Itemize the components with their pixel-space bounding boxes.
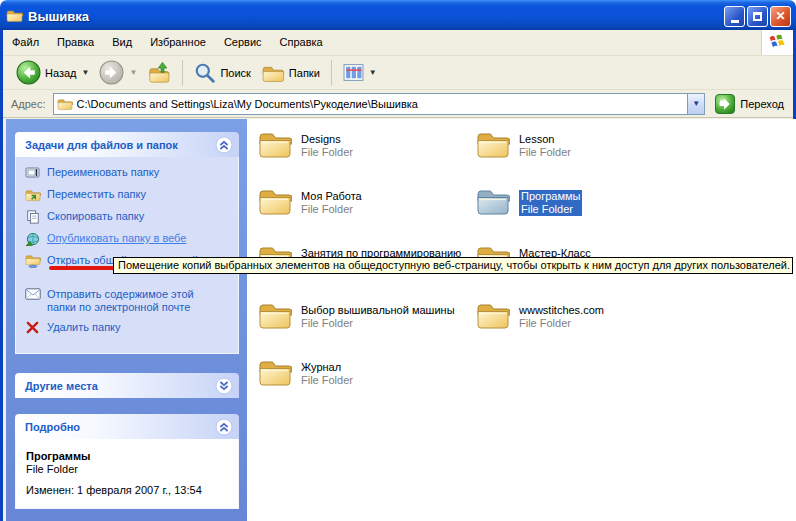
folder-view: DesignsFile FolderLessonFile FolderМоя Р… bbox=[247, 119, 796, 521]
folder-name: Журнал bbox=[301, 361, 353, 374]
menu-item-5[interactable]: Справка bbox=[271, 30, 332, 55]
details-header[interactable]: Подробно bbox=[15, 414, 239, 439]
file-tasks-header[interactable]: Задачи для файлов и папок bbox=[15, 132, 239, 157]
task-item-delete[interactable]: Удалить папку bbox=[24, 321, 232, 336]
folder-item[interactable]: Моя РаботаFile Folder bbox=[258, 185, 476, 242]
views-grid-icon bbox=[343, 62, 364, 83]
folder-type: File Folder bbox=[519, 146, 571, 159]
details-folder-name: Программы bbox=[26, 450, 230, 462]
close-button[interactable]: ✕ bbox=[770, 6, 791, 27]
details-folder-type: File Folder bbox=[26, 463, 230, 475]
windows-flag-icon bbox=[768, 33, 787, 52]
forward-dropdown-icon[interactable]: ▼ bbox=[129, 68, 137, 77]
task-item-move-folder[interactable]: Переместить папку bbox=[24, 188, 232, 203]
task-list: Переименовать папкуПереместить папкуСкоп… bbox=[15, 157, 239, 354]
close-icon: ✕ bbox=[775, 10, 785, 22]
window-title: Вышивка bbox=[28, 9, 89, 24]
file-tasks-panel: Задачи для файлов и папок Переименовать … bbox=[15, 132, 239, 354]
other-places-title: Другие места bbox=[25, 380, 215, 392]
folder-labels: Выбор вышивальной машиныFile Folder bbox=[301, 304, 455, 330]
go-button[interactable]: Переход bbox=[712, 93, 787, 115]
menu-item-2[interactable]: Вид bbox=[103, 30, 141, 55]
toolbar-separator bbox=[331, 60, 332, 86]
folder-icon bbox=[258, 185, 292, 216]
folder-icon bbox=[476, 128, 510, 159]
address-input[interactable]: C:\Documents and Settings\Liza\My Docume… bbox=[77, 98, 688, 110]
folder-name: Выбор вышивальной машины bbox=[301, 304, 455, 317]
folder-item[interactable]: DesignsFile Folder bbox=[258, 128, 476, 185]
file-tasks-title: Задачи для файлов и папок bbox=[25, 139, 215, 151]
window-frame: ФайлПравкаВидИзбранноеСервисСправка Наза… bbox=[0, 30, 796, 521]
address-bar: Адрес: C:\Documents and Settings\Liza\My… bbox=[3, 90, 793, 118]
back-label: Назад bbox=[45, 67, 77, 79]
menu-items: ФайлПравкаВидИзбранноеСервисСправка bbox=[3, 30, 332, 55]
address-label: Адрес: bbox=[11, 98, 46, 110]
task-label: Удалить папку bbox=[47, 321, 121, 334]
views-dropdown-icon[interactable]: ▼ bbox=[369, 68, 377, 77]
task-item-publish-web[interactable]: Опубликовать папку в вебе bbox=[24, 232, 232, 247]
task-item-rename-folder[interactable]: Переименовать папку bbox=[24, 166, 232, 181]
folder-item[interactable]: ПрограммыFile Folder bbox=[476, 185, 694, 242]
maximize-button[interactable] bbox=[747, 6, 768, 27]
folder-labels: DesignsFile Folder bbox=[301, 133, 353, 159]
folder-name: Моя Работа bbox=[301, 190, 362, 203]
task-item-copy-folder[interactable]: Скопировать папку bbox=[24, 210, 232, 225]
folders-button[interactable]: Папки bbox=[256, 59, 325, 87]
publish-web-icon bbox=[24, 232, 41, 247]
other-places-panel: Другие места bbox=[15, 373, 239, 398]
address-combo[interactable]: C:\Documents and Settings\Liza\My Docume… bbox=[53, 93, 706, 115]
minimize-button[interactable] bbox=[724, 6, 745, 27]
back-button[interactable]: Назад ▼ bbox=[11, 58, 94, 87]
search-button[interactable]: Поиск bbox=[189, 60, 255, 86]
folders-label: Папки bbox=[289, 67, 320, 79]
menu-item-1[interactable]: Правка bbox=[48, 30, 103, 55]
task-label: Переместить папку bbox=[47, 188, 146, 201]
folder-labels: LessonFile Folder bbox=[519, 133, 571, 159]
views-button[interactable]: ▼ bbox=[338, 60, 382, 85]
details-title: Подробно bbox=[25, 421, 215, 433]
folder-name: Designs bbox=[301, 133, 353, 146]
back-dropdown-icon[interactable]: ▼ bbox=[82, 68, 90, 77]
folder-type: File Folder bbox=[521, 203, 580, 216]
email-icon bbox=[24, 288, 41, 303]
forward-arrow-icon bbox=[99, 60, 124, 85]
folder-type: File Folder bbox=[301, 146, 353, 159]
up-folder-icon bbox=[147, 61, 171, 85]
folder-item[interactable]: LessonFile Folder bbox=[476, 128, 694, 185]
delete-icon bbox=[24, 321, 41, 336]
menu-item-4[interactable]: Сервис bbox=[215, 30, 271, 55]
folder-icon bbox=[476, 185, 510, 216]
address-dropdown-button[interactable]: ▼ bbox=[687, 94, 704, 114]
collapse-chevron-icon[interactable] bbox=[215, 136, 233, 154]
folder-item[interactable]: wwwstitches.comFile Folder bbox=[476, 299, 694, 356]
menu-bar: ФайлПравкаВидИзбранноеСервисСправка bbox=[3, 30, 793, 56]
window-folder-icon bbox=[6, 8, 23, 25]
other-places-header[interactable]: Другие места bbox=[15, 373, 239, 398]
menu-item-0[interactable]: Файл bbox=[3, 30, 48, 55]
up-button[interactable] bbox=[142, 59, 176, 87]
content-area: Задачи для файлов и папок Переименовать … bbox=[6, 119, 796, 521]
details-body: Программы File Folder Изменен: 1 февраля… bbox=[15, 439, 239, 509]
folder-name: wwwstitches.com bbox=[519, 304, 604, 317]
search-icon bbox=[194, 62, 216, 84]
collapse-chevron-icon[interactable] bbox=[215, 418, 233, 436]
details-modified: Изменен: 1 февраля 2007 г., 13:54 bbox=[26, 484, 230, 496]
minimize-icon bbox=[731, 20, 739, 23]
go-label: Переход bbox=[740, 98, 784, 110]
toolbar-separator bbox=[182, 60, 183, 86]
folder-item[interactable]: Выбор вышивальной машиныFile Folder bbox=[258, 299, 476, 356]
copy-folder-icon bbox=[24, 210, 41, 225]
task-item-email[interactable]: Отправить содержимое этой папки по элект… bbox=[24, 288, 232, 314]
folder-icon bbox=[258, 299, 292, 330]
expand-chevron-icon[interactable] bbox=[215, 377, 233, 395]
folder-type: File Folder bbox=[301, 374, 353, 387]
explorer-window: Вышивка ✕ ФайлПравкаВидИзбранноеСервисСп… bbox=[0, 0, 796, 521]
folder-type: File Folder bbox=[519, 317, 604, 330]
forward-button[interactable]: ▼ bbox=[94, 58, 142, 87]
windows-logo bbox=[761, 30, 793, 55]
folder-item[interactable]: ЖурналFile Folder bbox=[258, 356, 476, 413]
menu-item-3[interactable]: Избранное bbox=[141, 30, 215, 55]
folder-type: File Folder bbox=[301, 317, 455, 330]
share-folder-icon bbox=[24, 254, 41, 269]
task-pane: Задачи для файлов и папок Переименовать … bbox=[6, 119, 247, 521]
